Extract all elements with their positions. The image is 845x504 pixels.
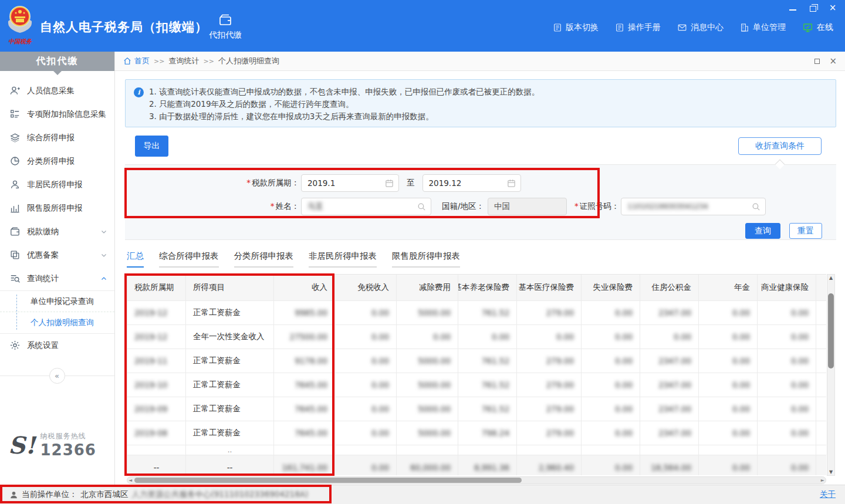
cell-amount: 279.00 [517, 349, 582, 373]
cell-amount: 0.00 [758, 397, 816, 421]
table-row[interactable]: 2019-08正常工资薪金7645.000.005000.00798.24279… [127, 421, 826, 445]
vertical-scrollbar[interactable]: ▲ ▼ [827, 274, 835, 476]
table-row[interactable]: 2019-10正常工资薪金7645.000.005000.00761.52279… [127, 373, 826, 397]
sidebar-item-label: 优惠备案 [27, 250, 100, 261]
horizontal-scroll-thumb[interactable] [134, 478, 522, 483]
sidebar-item[interactable]: 专项附加扣除信息采集 [0, 103, 114, 126]
breadcrumb-home[interactable]: 首页 [123, 56, 150, 66]
person-icon [9, 179, 21, 191]
cell-amount: 7645.00 [274, 421, 335, 445]
table-body: 2019-12正常工资薪金9985.000.005000.00761.52279… [127, 301, 826, 475]
tab-active[interactable]: 汇总 [127, 251, 144, 268]
menu-version-switch[interactable]: 版本切换 [553, 22, 599, 33]
query-button[interactable]: 查询 [745, 223, 780, 239]
restore-button[interactable] [807, 2, 818, 13]
about-link[interactable]: 关于 [820, 489, 836, 500]
sidebar-item[interactable]: 税款缴纳 [0, 220, 114, 243]
to-label: 至 [407, 178, 415, 188]
column-header: 税款所属期 [127, 275, 186, 300]
sidebar-item[interactable]: 人员信息采集 [0, 79, 114, 103]
tab-inactive[interactable]: 分类所得申报表 [234, 251, 294, 268]
breadcrumb-bar: 首页 >> 查询统计 >> 个人扣缴明细查询 × [115, 52, 845, 71]
table-row[interactable]: 2019-09正常工资薪金7645.000.005000.00761.52279… [127, 397, 826, 421]
cell-clipped [816, 349, 826, 373]
sidebar-item[interactable]: 优惠备案 [0, 243, 114, 267]
search-icon[interactable] [417, 202, 427, 212]
menu-manual[interactable]: 操作手册 [615, 22, 661, 33]
id-number-input[interactable]: 110102199303041234 [621, 198, 766, 215]
sidebar-subitem[interactable]: 单位申报记录查询 [0, 291, 114, 312]
table-row[interactable]: 2019-11正常工资薪金9178.000.005000.00761.52279… [127, 349, 826, 373]
column-header: 所得项目 [186, 275, 274, 300]
menu-unit-management[interactable]: 单位管理 [740, 22, 786, 33]
period-to-input[interactable]: 2019.12 [422, 174, 521, 192]
sidebar-item-label: 查询统计 [27, 273, 100, 284]
sidebar-item-label: 分类所得申报 [27, 156, 107, 167]
tab-inactive[interactable]: 综合所得申报表 [159, 251, 219, 268]
breadcrumb-separator: >> [154, 57, 164, 65]
cell-income-item: 正常工资薪金 [186, 421, 274, 445]
sidebar-item[interactable]: 综合所得申报 [0, 126, 114, 150]
sidebar-item[interactable]: 限售股所得申报 [0, 197, 114, 220]
cell-period: 2019-12 [127, 325, 186, 349]
chevron-down-icon [100, 228, 107, 235]
scroll-left-arrow[interactable]: ◄ [129, 477, 132, 484]
total-amount: 60,000.00 [397, 455, 458, 475]
search-icon[interactable] [751, 202, 761, 212]
tab-inactive[interactable]: 限售股所得申报表 [392, 251, 460, 268]
cell-income-item: 正常工资薪金 [186, 349, 274, 373]
id-number-value: 110102199303041234 [627, 202, 708, 211]
sidebar-item[interactable]: 查询统计 [0, 267, 114, 290]
scroll-down-arrow[interactable]: ▼ [827, 469, 834, 475]
sidebar-collapse-button[interactable]: « [49, 368, 65, 384]
tab-inactive[interactable]: 非居民所得申报表 [309, 251, 377, 268]
column-header: 减除费用 [397, 275, 458, 300]
cell-amount: 0.00 [758, 301, 816, 324]
minimize-button[interactable] [787, 2, 798, 13]
mail-icon [677, 23, 687, 32]
pane-maximize-button[interactable] [814, 59, 820, 64]
cell-amount: 9985.00 [274, 301, 335, 324]
reset-button[interactable]: 重置 [789, 223, 822, 239]
name-input[interactable]: 马某 [301, 198, 431, 215]
table-header-row: 税款所属期所得项目收入免税收入减除费用基本养老保险费基本医疗保险费失业保险费住房… [127, 275, 826, 301]
cell-amount: 0.00 [699, 349, 758, 373]
sidebar-item[interactable]: 非居民所得申报 [0, 173, 114, 197]
period-from-input[interactable]: 2019.1 [301, 174, 399, 192]
pane-close-button[interactable]: × [829, 57, 837, 66]
nationality-input: 中国 [488, 198, 567, 215]
menu-label: 操作手册 [628, 22, 661, 33]
nationality-label: 国籍/地区： [442, 201, 484, 212]
cell-amount: 0.00 [458, 325, 517, 349]
copy-icon [9, 249, 21, 261]
cell-amount: 2347.00 [640, 349, 699, 373]
calendar-icon [384, 178, 394, 188]
cell-income-item: 正常工资薪金 [186, 373, 274, 397]
menu-message-center[interactable]: 消息中心 [677, 22, 724, 33]
sidebar-item[interactable]: 系统设置 [0, 334, 114, 357]
building-icon [740, 23, 749, 32]
export-button[interactable]: 导出 [135, 136, 168, 157]
ellipsis: .. [186, 445, 274, 455]
cell-amount: 27500.00 [274, 325, 335, 349]
table-cell [816, 455, 826, 475]
total-amount: 2,960.40 [517, 455, 582, 475]
main-tab-daikoudaijiao[interactable]: 代扣代缴 [202, 7, 248, 46]
notice-line: 3. 由于数据处理的滞后性，建议您在申报成功3天之后再来查询最新的申报数据。 [149, 110, 827, 123]
cell-clipped [816, 397, 826, 421]
cell-amount: 5000.00 [397, 421, 458, 445]
scroll-up-arrow[interactable]: ▲ [827, 275, 834, 280]
collapse-query-button[interactable]: 收折查询条件 [738, 137, 822, 155]
total-amount: 8,991.36 [458, 455, 517, 475]
vertical-scroll-thumb[interactable] [828, 293, 834, 368]
app-header: 中国税务 自然人电子税务局（扣缴端） 代扣代缴 版本切换 操作手册 [0, 0, 845, 52]
horizontal-scrollbar[interactable]: ◄ ► [127, 476, 826, 484]
scroll-right-arrow[interactable]: ► [821, 477, 824, 484]
sidebar-item[interactable]: 分类所得申报 [0, 150, 114, 173]
total-amount: 18,564.00 [640, 455, 699, 475]
table-row[interactable]: 2019-12正常工资薪金9985.000.005000.00761.52279… [127, 301, 826, 325]
table-total-row: ----161,741.000.0060,000.008,991.362,960… [127, 455, 826, 475]
table-row[interactable]: 2019-12全年一次性奖金收入27500.000.000.000.000.00… [127, 325, 826, 349]
sidebar-subitem[interactable]: 个人扣缴明细查询 [0, 312, 114, 333]
close-button[interactable]: × [827, 2, 838, 13]
